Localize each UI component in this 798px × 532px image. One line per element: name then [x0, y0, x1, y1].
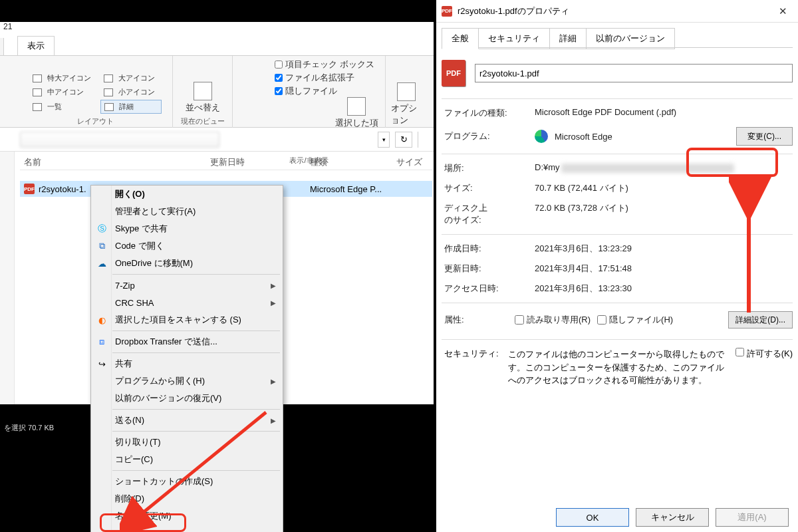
context-menu: 開く(O) 管理者として実行(A) ⓈSkype で共有 ⧉Code で開く ☁… — [90, 185, 283, 532]
vscode-icon: ⧉ — [96, 241, 107, 251]
options-button[interactable]: オプション — [391, 82, 422, 126]
col-type[interactable]: 種類 — [306, 156, 392, 168]
val-security-text: このファイルは他のコンピューターから取得したものです。このコンピューターを保護す… — [508, 348, 730, 387]
layout-l[interactable]: 大アイコン — [115, 72, 158, 84]
address-dropdown[interactable]: ▾ — [378, 132, 390, 148]
properties-titlebar: PDF r2syotoku-1.pdfのプロパティ ✕ — [436, 0, 798, 23]
chk-readonly[interactable]: 読み取り専用(R) — [515, 314, 591, 326]
ctx-restore[interactable]: 以前のバージョンの復元(V) — [91, 390, 283, 407]
ctx-open[interactable]: 開く(O) — [91, 186, 283, 203]
ctx-dropbox[interactable]: ⧈Dropbox Transfer で送信... — [91, 333, 283, 350]
options-label: オプション — [391, 102, 422, 126]
explorer-tabs: 表示 — [0, 35, 434, 56]
ctx-code[interactable]: ⧉Code で開く — [91, 237, 283, 255]
avast-icon: ◐ — [96, 315, 107, 325]
ctx-properties[interactable]: プロパティ(R) — [91, 525, 283, 532]
address-bar: ▾ ↻ — [0, 128, 434, 152]
ctx-crc[interactable]: CRC SHA▶ — [91, 294, 283, 311]
lbl-filetype: ファイルの種類: — [442, 107, 535, 119]
col-date[interactable]: 更新日時 — [206, 156, 306, 168]
chk-permit[interactable]: 許可する(K) — [735, 348, 793, 387]
ctx-run-admin[interactable]: 管理者として実行(A) — [91, 203, 283, 220]
lbl-modified: 更新日時: — [442, 263, 535, 275]
layout-list[interactable]: 一覧 — [44, 101, 65, 112]
lbl-size: サイズ: — [442, 182, 535, 194]
val-accessed: 2021年3月6日、13:23:30 — [535, 283, 793, 295]
pdf-icon: PDF — [24, 184, 35, 194]
val-created: 2021年3月6日、13:23:29 — [535, 243, 793, 255]
ctx-openwith[interactable]: プログラムから開く(H)▶ — [91, 372, 283, 390]
onedrive-icon: ☁ — [96, 258, 107, 269]
cancel-button[interactable]: キャンセル — [636, 508, 709, 527]
layout-s[interactable]: 小アイコン — [115, 86, 158, 98]
ctx-shortcut[interactable]: ショートカットの作成(S) — [91, 473, 283, 490]
layout-m[interactable]: 中アイコン — [44, 86, 87, 98]
address-field[interactable] — [20, 132, 219, 148]
ctx-7zip[interactable]: 7-Zip▶ — [91, 277, 283, 294]
ctx-skype[interactable]: ⓈSkype で共有 — [91, 220, 283, 237]
val-disksize: 72.0 KB (73,728 バイト) — [535, 202, 793, 226]
val-location: D:¥my — [535, 162, 793, 174]
tab-general[interactable]: 全般 — [442, 28, 479, 49]
val-size: 70.7 KB (72,441 バイト) — [535, 182, 793, 194]
ctx-delete[interactable]: 削除(D) — [91, 490, 283, 507]
dialog-buttons: OK キャンセル 適用(A) — [436, 508, 798, 527]
status-bar: を選択 70.7 KB — [0, 423, 93, 436]
column-headers[interactable]: 名前 更新日時 種類 サイズ — [20, 154, 432, 170]
lbl-created: 作成日時: — [442, 243, 535, 255]
group-layout-caption: レイアウト — [77, 114, 114, 126]
refresh-button[interactable]: ↻ — [395, 132, 412, 148]
lbl-attr: 属性: — [442, 314, 508, 326]
chk-hidden[interactable]: 隠しファイル — [275, 85, 374, 97]
layout-xl[interactable]: 特大アイコン — [44, 72, 94, 84]
filename-field[interactable] — [475, 64, 793, 82]
tab-view[interactable]: 表示 — [17, 36, 55, 55]
ctx-cut[interactable]: 切り取り(T) — [91, 434, 283, 451]
ctx-rename[interactable]: 名前の変更(M) — [91, 507, 283, 525]
date-fragment: 21 — [3, 22, 12, 31]
val-program: Microsoft Edge — [555, 132, 612, 142]
lbl-security: セキュリティ: — [442, 348, 508, 387]
dropbox-icon: ⧈ — [96, 336, 107, 347]
lbl-program: プログラム: — [442, 130, 535, 142]
group-view-caption: 現在のビュー — [181, 114, 225, 126]
sort-button[interactable]: 並べ替え — [186, 82, 220, 114]
ctx-share[interactable]: ↪共有 — [91, 355, 283, 372]
col-size[interactable]: サイズ — [392, 156, 422, 168]
advanced-button[interactable]: 詳細設定(D)... — [728, 311, 793, 329]
ok-button[interactable]: OK — [556, 508, 629, 527]
tab-security[interactable]: セキュリティ — [478, 28, 550, 49]
pdf-icon-large: PDF — [442, 60, 466, 86]
ctx-copy[interactable]: コピー(C) — [91, 451, 283, 468]
lbl-disksize: ディスク上 のサイズ: — [442, 202, 535, 226]
chk-extensions[interactable]: ファイル名拡張子 — [275, 72, 374, 84]
edge-icon — [535, 130, 548, 143]
lbl-accessed: アクセス日時: — [442, 283, 535, 295]
ctx-sendto[interactable]: 送る(N)▶ — [91, 412, 283, 429]
layout-options[interactable]: 特大アイコン 大アイコン 中アイコン 小アイコン 一覧 詳細 — [29, 72, 162, 114]
lbl-location: 場所: — [442, 162, 535, 174]
chk-itemcheckbox[interactable]: 項目チェック ボックス — [275, 59, 374, 70]
file-type-cell: Microsoft Edge P... — [310, 184, 382, 194]
ctx-scan[interactable]: ◐選択した項目をスキャンする (S) — [91, 311, 283, 329]
pdf-icon: PDF — [442, 6, 452, 17]
val-filetype: Microsoft Edge PDF Document (.pdf) — [535, 107, 793, 119]
apply-button[interactable]: 適用(A) — [716, 508, 789, 527]
sort-label: 並べ替え — [186, 102, 220, 114]
ribbon: 特大アイコン 大アイコン 中アイコン 小アイコン 一覧 詳細 レイアウト 並べ替… — [0, 56, 434, 128]
layout-details[interactable]: 詳細 — [116, 101, 137, 112]
col-name[interactable]: 名前 — [20, 156, 206, 168]
ctx-onedrive[interactable]: ☁OneDrive に移動(M) — [91, 255, 283, 272]
change-button[interactable]: 変更(C)... — [736, 127, 793, 146]
properties-tabs: 全般 セキュリティ 詳細 以前のバージョン — [442, 28, 674, 49]
share-icon: ↪ — [96, 358, 107, 369]
skype-icon: Ⓢ — [96, 223, 107, 234]
chk-hidden-file[interactable]: 隠しファイル(H) — [597, 314, 673, 326]
tab-previous[interactable]: 以前のバージョン — [586, 28, 675, 49]
close-button[interactable]: ✕ — [773, 3, 793, 20]
properties-title: r2syotoku-1.pdfのプロパティ — [458, 5, 569, 17]
val-modified: 2021年3月4日、17:51:48 — [535, 263, 793, 275]
tab-details[interactable]: 詳細 — [549, 28, 587, 49]
